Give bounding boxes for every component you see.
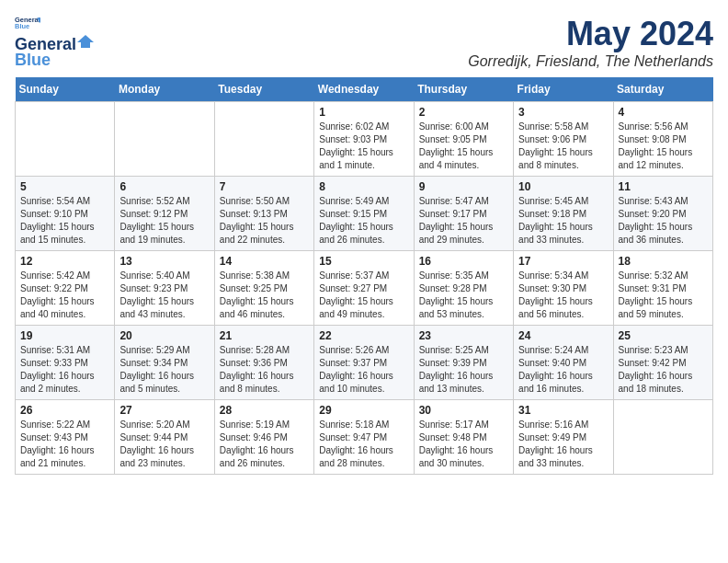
day-info: Sunrise: 5:20 AMSunset: 9:44 PMDaylight:… xyxy=(119,419,209,470)
day-number: 26 xyxy=(20,404,109,417)
calendar-cell: 25Sunrise: 5:23 AMSunset: 9:42 PMDayligh… xyxy=(613,326,712,400)
col-header-thursday: Thursday xyxy=(414,77,513,102)
calendar-cell: 21Sunrise: 5:28 AMSunset: 9:36 PMDayligh… xyxy=(214,326,313,400)
day-info: Sunrise: 5:26 AMSunset: 9:37 PMDaylight:… xyxy=(319,344,408,396)
day-number: 7 xyxy=(220,180,309,193)
calendar-row-2: 12Sunrise: 5:42 AMSunset: 9:22 PMDayligh… xyxy=(16,251,713,326)
svg-text:Blue: Blue xyxy=(15,22,29,30)
calendar-cell: 3Sunrise: 5:58 AMSunset: 9:06 PMDaylight… xyxy=(514,102,613,177)
day-number: 1 xyxy=(319,106,408,119)
day-info: Sunrise: 5:40 AMSunset: 9:23 PMDaylight:… xyxy=(119,270,209,321)
day-number: 20 xyxy=(119,329,209,342)
calendar-cell xyxy=(115,102,214,177)
day-info: Sunrise: 6:02 AMSunset: 9:03 PMDaylight:… xyxy=(319,121,408,172)
day-info: Sunrise: 5:45 AMSunset: 9:18 PMDaylight:… xyxy=(518,195,608,247)
calendar-row-3: 19Sunrise: 5:31 AMSunset: 9:33 PMDayligh… xyxy=(16,326,713,400)
calendar-cell: 12Sunrise: 5:42 AMSunset: 9:22 PMDayligh… xyxy=(16,251,115,326)
calendar-cell: 10Sunrise: 5:45 AMSunset: 9:18 PMDayligh… xyxy=(514,177,613,251)
logo-blue: Blue xyxy=(15,51,51,70)
day-info: Sunrise: 5:49 AMSunset: 9:15 PMDaylight:… xyxy=(319,195,408,247)
day-info: Sunrise: 5:18 AMSunset: 9:47 PMDaylight:… xyxy=(319,419,408,470)
calendar-cell: 17Sunrise: 5:34 AMSunset: 9:30 PMDayligh… xyxy=(514,251,613,326)
calendar-cell: 15Sunrise: 5:37 AMSunset: 9:27 PMDayligh… xyxy=(314,251,414,326)
calendar-cell: 6Sunrise: 5:52 AMSunset: 9:12 PMDaylight… xyxy=(115,177,214,251)
logo-icon: General Blue xyxy=(15,15,40,31)
day-info: Sunrise: 5:54 AMSunset: 9:10 PMDaylight:… xyxy=(20,195,109,247)
day-info: Sunrise: 5:58 AMSunset: 9:06 PMDaylight:… xyxy=(518,121,608,172)
calendar-cell: 18Sunrise: 5:32 AMSunset: 9:31 PMDayligh… xyxy=(613,251,712,326)
calendar-cell: 13Sunrise: 5:40 AMSunset: 9:23 PMDayligh… xyxy=(115,251,214,326)
day-number: 10 xyxy=(518,180,608,193)
day-number: 25 xyxy=(619,329,708,342)
day-number: 6 xyxy=(119,180,209,193)
day-number: 31 xyxy=(518,404,608,417)
day-number: 15 xyxy=(319,255,408,268)
calendar-cell: 11Sunrise: 5:43 AMSunset: 9:20 PMDayligh… xyxy=(613,177,712,251)
day-info: Sunrise: 5:50 AMSunset: 9:13 PMDaylight:… xyxy=(220,195,309,247)
day-info: Sunrise: 5:56 AMSunset: 9:08 PMDaylight:… xyxy=(619,121,708,172)
calendar-cell: 22Sunrise: 5:26 AMSunset: 9:37 PMDayligh… xyxy=(314,326,414,400)
calendar-cell: 5Sunrise: 5:54 AMSunset: 9:10 PMDaylight… xyxy=(16,177,115,251)
logo-bird-icon xyxy=(77,33,94,50)
calendar-cell xyxy=(214,102,313,177)
calendar-cell: 7Sunrise: 5:50 AMSunset: 9:13 PMDaylight… xyxy=(214,177,313,251)
day-info: Sunrise: 5:16 AMSunset: 9:49 PMDaylight:… xyxy=(518,419,608,470)
calendar-body: 1Sunrise: 6:02 AMSunset: 9:03 PMDaylight… xyxy=(16,102,713,475)
page-header: General Blue General Blue May 2024 Gorre… xyxy=(15,15,713,70)
day-info: Sunrise: 5:19 AMSunset: 9:46 PMDaylight:… xyxy=(220,419,309,470)
day-info: Sunrise: 5:28 AMSunset: 9:36 PMDaylight:… xyxy=(220,344,309,396)
day-number: 2 xyxy=(419,106,508,119)
calendar-cell xyxy=(613,400,712,475)
calendar-cell: 1Sunrise: 6:02 AMSunset: 9:03 PMDaylight… xyxy=(314,102,414,177)
day-number: 28 xyxy=(220,404,309,417)
day-number: 19 xyxy=(20,329,109,342)
day-number: 8 xyxy=(319,180,408,193)
day-info: Sunrise: 5:38 AMSunset: 9:25 PMDaylight:… xyxy=(220,270,309,321)
calendar-row-0: 1Sunrise: 6:02 AMSunset: 9:03 PMDaylight… xyxy=(16,102,713,177)
day-number: 12 xyxy=(20,255,109,268)
day-info: Sunrise: 5:34 AMSunset: 9:30 PMDaylight:… xyxy=(518,270,608,321)
day-info: Sunrise: 5:23 AMSunset: 9:42 PMDaylight:… xyxy=(619,344,708,396)
calendar-cell: 9Sunrise: 5:47 AMSunset: 9:17 PMDaylight… xyxy=(414,177,513,251)
calendar-cell: 16Sunrise: 5:35 AMSunset: 9:28 PMDayligh… xyxy=(414,251,513,326)
day-info: Sunrise: 5:24 AMSunset: 9:40 PMDaylight:… xyxy=(518,344,608,396)
day-info: Sunrise: 5:31 AMSunset: 9:33 PMDaylight:… xyxy=(20,344,109,396)
day-number: 23 xyxy=(419,329,508,342)
calendar-cell: 2Sunrise: 6:00 AMSunset: 9:05 PMDaylight… xyxy=(414,102,513,177)
day-number: 21 xyxy=(220,329,309,342)
calendar-cell: 23Sunrise: 5:25 AMSunset: 9:39 PMDayligh… xyxy=(414,326,513,400)
day-number: 11 xyxy=(619,180,708,193)
day-info: Sunrise: 5:17 AMSunset: 9:48 PMDaylight:… xyxy=(419,419,508,470)
col-header-wednesday: Wednesday xyxy=(314,77,414,102)
day-info: Sunrise: 5:25 AMSunset: 9:39 PMDaylight:… xyxy=(419,344,508,396)
svg-marker-3 xyxy=(77,35,94,48)
calendar-header-row: SundayMondayTuesdayWednesdayThursdayFrid… xyxy=(16,77,713,102)
day-info: Sunrise: 5:35 AMSunset: 9:28 PMDaylight:… xyxy=(419,270,508,321)
subtitle: Gorredijk, Friesland, The Netherlands xyxy=(468,53,713,70)
calendar-cell: 20Sunrise: 5:29 AMSunset: 9:34 PMDayligh… xyxy=(115,326,214,400)
calendar-cell: 14Sunrise: 5:38 AMSunset: 9:25 PMDayligh… xyxy=(214,251,313,326)
day-number: 13 xyxy=(119,255,209,268)
day-info: Sunrise: 5:37 AMSunset: 9:27 PMDaylight:… xyxy=(319,270,408,321)
day-info: Sunrise: 6:00 AMSunset: 9:05 PMDaylight:… xyxy=(419,121,508,172)
day-info: Sunrise: 5:29 AMSunset: 9:34 PMDaylight:… xyxy=(119,344,209,396)
calendar-row-4: 26Sunrise: 5:22 AMSunset: 9:43 PMDayligh… xyxy=(16,400,713,475)
calendar-cell: 27Sunrise: 5:20 AMSunset: 9:44 PMDayligh… xyxy=(115,400,214,475)
calendar-cell: 31Sunrise: 5:16 AMSunset: 9:49 PMDayligh… xyxy=(514,400,613,475)
calendar-table: SundayMondayTuesdayWednesdayThursdayFrid… xyxy=(15,77,713,475)
day-number: 5 xyxy=(20,180,109,193)
day-number: 3 xyxy=(518,106,608,119)
day-number: 16 xyxy=(419,255,508,268)
day-number: 14 xyxy=(220,255,309,268)
calendar-cell: 26Sunrise: 5:22 AMSunset: 9:43 PMDayligh… xyxy=(16,400,115,475)
day-info: Sunrise: 5:22 AMSunset: 9:43 PMDaylight:… xyxy=(20,419,109,470)
day-info: Sunrise: 5:43 AMSunset: 9:20 PMDaylight:… xyxy=(619,195,708,247)
col-header-tuesday: Tuesday xyxy=(214,77,313,102)
calendar-cell: 30Sunrise: 5:17 AMSunset: 9:48 PMDayligh… xyxy=(414,400,513,475)
day-number: 30 xyxy=(419,404,508,417)
main-title: May 2024 xyxy=(468,15,713,53)
day-number: 24 xyxy=(518,329,608,342)
calendar-cell: 24Sunrise: 5:24 AMSunset: 9:40 PMDayligh… xyxy=(514,326,613,400)
title-area: May 2024 Gorredijk, Friesland, The Nethe… xyxy=(468,15,713,70)
logo: General Blue General Blue xyxy=(15,15,94,70)
